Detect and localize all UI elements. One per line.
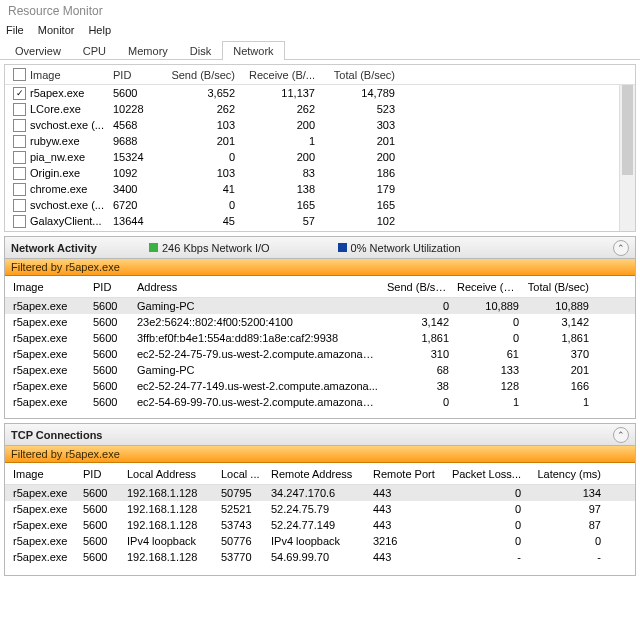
table-row[interactable]: GalaxyClient...136444557102 [5,213,635,229]
table-row[interactable]: Origin.exe109210383186 [5,165,635,181]
tab-overview[interactable]: Overview [4,41,72,60]
cell-total: 303 [319,119,399,131]
scrollbar-thumb[interactable] [622,85,633,175]
collapse-icon[interactable]: ⌃ [613,427,629,443]
cell-remote-port: 443 [369,519,447,531]
row-checkbox[interactable] [13,119,26,132]
row-checkbox[interactable] [13,199,26,212]
cell-total: 166 [523,380,593,392]
col-total[interactable]: Total (B/sec) [319,69,399,81]
cell-packet-loss: 0 [447,503,525,515]
table-row[interactable]: r5apex.exe5600192.168.1.1285374352.24.77… [5,517,635,533]
table-row[interactable]: r5apex.exe5600192.168.1.1285079534.247.1… [5,485,635,501]
table-row[interactable]: r5apex.exe5600192.168.1.1285252152.24.75… [5,501,635,517]
col-latency[interactable]: Latency (ms) [525,468,605,480]
cell-pid: 3400 [109,183,159,195]
row-checkbox[interactable] [13,215,26,228]
menu-file[interactable]: File [6,24,24,36]
tab-disk[interactable]: Disk [179,41,222,60]
cell-image: Origin.exe [30,167,80,179]
col-recv[interactable]: Receive (B/... [239,69,319,81]
table-row[interactable]: chrome.exe340041138179 [5,181,635,197]
section-header[interactable]: TCP Connections ⌃ [5,424,635,446]
table-row[interactable]: r5apex.exe5600ec2-54-69-99-70.us-west-2.… [5,394,635,410]
cell-image: r5apex.exe [9,519,79,531]
col-pid[interactable]: PID [89,281,133,293]
cell-send: 3,142 [383,316,453,328]
row-checkbox[interactable] [13,167,26,180]
cell-local-address: 192.168.1.128 [123,551,217,563]
table-row[interactable]: ✓r5apex.exe56003,65211,13714,789 [5,85,635,101]
cell-pid: 13644 [109,215,159,227]
row-checkbox[interactable] [13,151,26,164]
cell-pid: 5600 [89,332,133,344]
table-row[interactable]: r5apex.exe5600ec2-52-24-77-149.us-west-2… [5,378,635,394]
cell-image: r5apex.exe [9,300,89,312]
col-local-address[interactable]: Local Address [123,468,217,480]
col-local-port[interactable]: Local ... [217,468,267,480]
menu-monitor[interactable]: Monitor [38,24,75,36]
cell-send: 310 [383,348,453,360]
cell-send: 38 [383,380,453,392]
cell-image: r5apex.exe [9,535,79,547]
cell-send: 0 [159,199,239,211]
tab-memory[interactable]: Memory [117,41,179,60]
col-packet-loss[interactable]: Packet Loss... [447,468,525,480]
cell-local-address: 192.168.1.128 [123,519,217,531]
table-row[interactable]: svchost.exe (...4568103200303 [5,117,635,133]
cell-pid: 5600 [89,300,133,312]
col-image[interactable]: Image [30,69,61,81]
col-image[interactable]: Image [9,281,89,293]
table-row[interactable]: r5apex.exe5600Gaming-PC010,88910,889 [5,298,635,314]
cell-recv: 133 [453,364,523,376]
tab-network[interactable]: Network [222,41,284,60]
menu-help[interactable]: Help [88,24,111,36]
table-row[interactable]: pia_nw.exe153240200200 [5,149,635,165]
table-row[interactable]: LCore.exe10228262262523 [5,101,635,117]
cell-address: Gaming-PC [133,300,383,312]
cell-local-address: 192.168.1.128 [123,503,217,515]
cell-image: GalaxyClient... [30,215,102,227]
table-row[interactable]: svchost.exe (...67200165165 [5,197,635,213]
grid-header: Image PID Send (B/sec) Receive (B/... To… [5,65,635,85]
collapse-icon[interactable]: ⌃ [613,240,629,256]
cell-remote-port: 443 [369,487,447,499]
cell-recv: 1 [239,135,319,147]
table-row[interactable]: r5apex.exe560023e2:5624::802:4f00:5200:4… [5,314,635,330]
cell-image: pia_nw.exe [30,151,85,163]
col-total[interactable]: Total (B/sec) [523,281,593,293]
col-image[interactable]: Image [9,468,79,480]
table-row[interactable]: r5apex.exe5600ec2-52-24-75-79.us-west-2.… [5,346,635,362]
col-pid[interactable]: PID [109,69,159,81]
col-pid[interactable]: PID [79,468,123,480]
cell-pid: 9688 [109,135,159,147]
col-recv[interactable]: Receive (B/... [453,281,523,293]
cell-recv: 200 [239,119,319,131]
table-row[interactable]: r5apex.exe56003ffb:ef0f:b4e1:554a:dd89:1… [5,330,635,346]
col-send[interactable]: Send (B/sec) [383,281,453,293]
cell-total: 186 [319,167,399,179]
scrollbar[interactable] [619,85,635,231]
io-indicator-icon [149,243,158,252]
table-row[interactable]: r5apex.exe5600IPv4 loopback50776IPv4 loo… [5,533,635,549]
cell-total: 523 [319,103,399,115]
col-send[interactable]: Send (B/sec) [159,69,239,81]
cell-send: 45 [159,215,239,227]
cell-pid: 1092 [109,167,159,179]
col-address[interactable]: Address [133,281,383,293]
table-row[interactable]: r5apex.exe5600Gaming-PC68133201 [5,362,635,378]
row-checkbox[interactable]: ✓ [13,87,26,100]
tab-cpu[interactable]: CPU [72,41,117,60]
process-network-grid: Image PID Send (B/sec) Receive (B/... To… [4,64,636,232]
table-row[interactable]: rubyw.exe96882011201 [5,133,635,149]
row-checkbox[interactable] [13,103,26,116]
row-checkbox[interactable] [13,183,26,196]
table-row[interactable]: r5apex.exe5600192.168.1.1285377054.69.99… [5,549,635,565]
col-remote-port[interactable]: Remote Port [369,468,447,480]
col-remote-address[interactable]: Remote Address [267,468,369,480]
section-header[interactable]: Network Activity 246 Kbps Network I/O 0%… [5,237,635,259]
select-all-checkbox[interactable] [13,68,26,81]
row-checkbox[interactable] [13,135,26,148]
cell-recv: 200 [239,151,319,163]
cell-recv: 1 [453,396,523,408]
